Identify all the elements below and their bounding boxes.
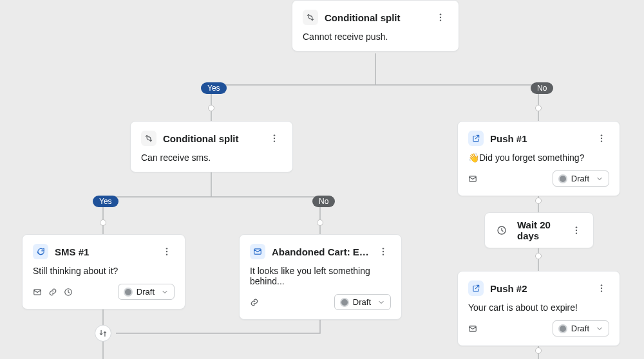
node-conditional-split-root[interactable]: Conditional split Cannot receive push. (292, 0, 459, 51)
svg-point-5 (274, 140, 275, 142)
link-icon (250, 298, 259, 307)
svg-point-19 (576, 232, 577, 234)
chevron-down-icon (161, 288, 169, 296)
svg-point-11 (383, 251, 384, 252)
status-dropdown[interactable]: Draft (334, 294, 391, 310)
node-subtitle: Still thinking about it? (33, 266, 175, 276)
svg-point-10 (383, 248, 384, 249)
more-button[interactable] (433, 10, 448, 25)
svg-point-21 (601, 288, 602, 289)
node-subtitle: Cannot receive push. (303, 32, 448, 42)
svg-point-7 (166, 251, 167, 252)
junction-dot (535, 253, 542, 259)
svg-point-8 (166, 253, 167, 255)
status-dropdown[interactable]: Draft (553, 170, 609, 187)
branch-label-yes: Yes (201, 82, 227, 94)
node-sms-1[interactable]: SMS #1 Still thinking about it? Draft (22, 234, 185, 309)
more-button[interactable] (375, 244, 391, 259)
more-vertical-icon (269, 133, 279, 143)
swap-icon (99, 329, 108, 338)
branch-label-yes: Yes (93, 196, 118, 207)
status-dot-icon (558, 174, 567, 183)
junction-dot (208, 105, 214, 111)
status-label: Draft (571, 324, 589, 333)
svg-point-0 (440, 14, 441, 15)
send-icon (468, 324, 477, 333)
more-button[interactable] (594, 281, 609, 296)
svg-point-12 (383, 253, 384, 255)
node-push-2[interactable]: Push #2 Your cart is about to expire! Dr… (457, 271, 620, 346)
node-subtitle: Can receive sms. (141, 152, 282, 163)
chevron-down-icon (596, 325, 603, 333)
node-title: Abandoned Cart: Email 1 (272, 246, 369, 257)
node-meta-icons (33, 288, 73, 297)
external-icon (468, 281, 484, 296)
junction-dot (535, 105, 542, 111)
clock-icon (64, 288, 73, 297)
node-meta-icons (468, 324, 477, 333)
svg-point-13 (601, 134, 602, 136)
node-conditional-split-sms[interactable]: Conditional split Can receive sms. (130, 121, 293, 172)
status-dot-icon (124, 288, 133, 297)
branch-label-no: No (312, 196, 335, 207)
merge-action-button[interactable] (95, 325, 111, 342)
more-vertical-icon (162, 246, 172, 257)
svg-point-3 (274, 134, 275, 136)
svg-point-20 (601, 284, 602, 286)
junction-dot (535, 198, 542, 204)
more-button[interactable] (569, 223, 584, 238)
node-title: SMS #1 (55, 246, 153, 257)
node-abandoned-cart-email-1[interactable]: Abandoned Cart: Email 1 It looks like yo… (239, 234, 402, 320)
svg-point-4 (274, 138, 275, 139)
svg-point-14 (601, 138, 602, 139)
more-button[interactable] (159, 244, 175, 259)
svg-point-15 (601, 140, 602, 142)
node-title: Conditional split (163, 133, 260, 144)
svg-point-2 (440, 19, 441, 21)
node-subtitle: 👋Did you forget something? (468, 152, 609, 163)
more-vertical-icon (596, 283, 607, 293)
junction-dot (535, 347, 542, 354)
svg-point-18 (576, 230, 577, 231)
node-push-1[interactable]: Push #1 👋Did you forget something? Draft (457, 121, 620, 196)
status-label: Draft (353, 297, 371, 307)
node-title: Push #2 (490, 283, 587, 294)
chat-icon (33, 244, 48, 259)
status-dropdown[interactable]: Draft (118, 284, 175, 300)
svg-point-17 (576, 226, 577, 228)
clock-icon (494, 223, 509, 238)
chevron-down-icon (596, 175, 603, 183)
more-vertical-icon (435, 12, 446, 23)
node-subtitle: It looks like you left something behind.… (250, 266, 391, 286)
send-icon (468, 174, 477, 183)
status-dot-icon (558, 324, 567, 333)
svg-point-22 (601, 290, 602, 291)
branch-icon (303, 10, 318, 25)
more-vertical-icon (596, 133, 607, 143)
more-button[interactable] (267, 131, 282, 146)
junction-dot (317, 219, 323, 226)
branch-icon (141, 131, 156, 146)
more-vertical-icon (378, 246, 388, 257)
status-dot-icon (340, 298, 349, 307)
svg-point-6 (166, 248, 167, 249)
status-dropdown[interactable]: Draft (553, 320, 609, 336)
node-title: Push #1 (490, 133, 587, 144)
node-wait[interactable]: Wait 20 days (484, 212, 594, 248)
more-button[interactable] (594, 131, 609, 146)
external-icon (468, 131, 484, 146)
status-label: Draft (137, 287, 155, 297)
node-subtitle: Your cart is about to expire! (468, 302, 609, 313)
link-icon (48, 288, 57, 297)
node-meta-icons (250, 298, 259, 307)
node-title: Wait 20 days (517, 219, 561, 241)
svg-point-1 (440, 17, 441, 18)
node-meta-icons (468, 174, 477, 183)
status-label: Draft (571, 174, 589, 183)
more-vertical-icon (571, 225, 582, 235)
node-title: Conditional split (325, 12, 426, 23)
chevron-down-icon (377, 299, 385, 306)
junction-dot (100, 219, 106, 226)
send-icon (33, 288, 42, 297)
email-icon (250, 244, 265, 259)
